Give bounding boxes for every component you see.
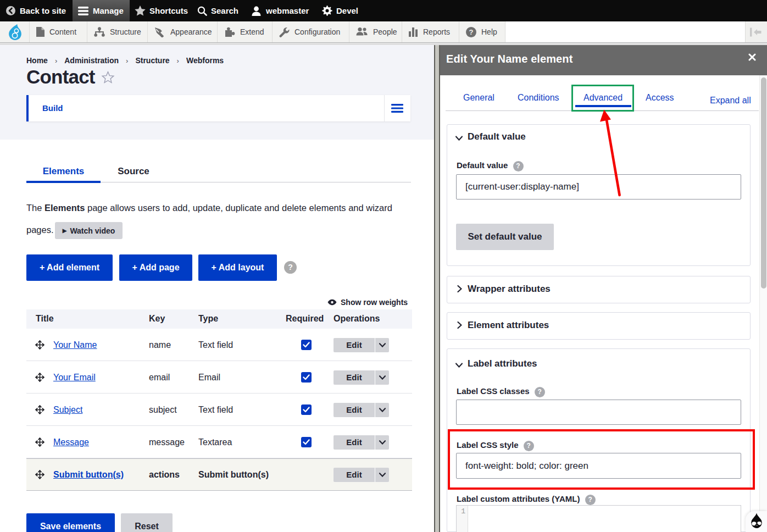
svg-text:?: ? (469, 28, 474, 36)
